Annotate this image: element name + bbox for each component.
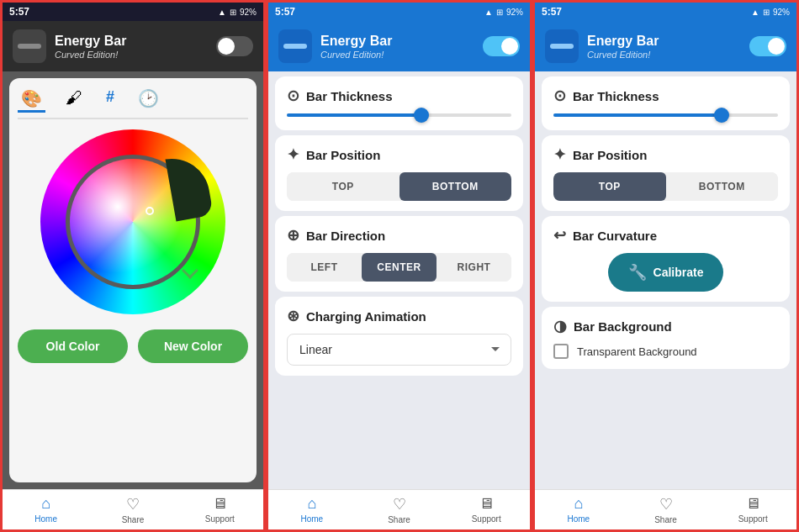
bar-thickness-label-2: Bar Thickness bbox=[306, 89, 393, 103]
app-header-1: Energy Bar Curved Edition! bbox=[3, 21, 263, 71]
bar-thickness-icon-3: ⊙ bbox=[553, 87, 566, 105]
color-tab-history[interactable]: 🕑 bbox=[135, 87, 162, 113]
panel-curvature: 5:57 ▲ ⊞ 92% Energy Bar Curved Edition! … bbox=[532, 0, 799, 532]
panel-2-content: ⊙ Bar Thickness ✦ Bar Position TOP BOTTO… bbox=[268, 71, 530, 489]
app-title-1: Energy Bar bbox=[55, 33, 208, 49]
bar-background-card: ◑ Bar Background Transparent Background bbox=[542, 307, 790, 369]
bar-position-card-2: ✦ Bar Position TOP BOTTOM bbox=[275, 135, 523, 211]
color-tab-palette[interactable]: 🖌 bbox=[62, 87, 86, 113]
nav-home-label-1: Home bbox=[34, 514, 57, 524]
bar-position-group-3: TOP BOTTOM bbox=[553, 172, 778, 201]
bar-position-title-3: ✦ Bar Position bbox=[553, 145, 778, 164]
status-icons-2: ▲ ⊞ 92% bbox=[484, 8, 523, 17]
home-icon-1: ⌂ bbox=[41, 495, 50, 513]
slider-fill-2 bbox=[287, 113, 421, 117]
app-subtitle-2: Curved Edition! bbox=[320, 50, 474, 60]
direction-center[interactable]: Center bbox=[362, 253, 437, 282]
color-tab-wheel[interactable]: 🎨 bbox=[18, 87, 45, 113]
status-icons-1: ▲ ⊞ 92% bbox=[218, 8, 257, 17]
charging-animation-select[interactable]: Linear Pulse Wave Bounce bbox=[287, 334, 511, 366]
nav-support-label-3: Support bbox=[738, 514, 768, 524]
bar-background-title: ◑ Bar Background bbox=[553, 317, 778, 335]
app-subtitle-1: Curved Edition! bbox=[55, 50, 208, 60]
bottom-nav-3: ⌂ Home ♡ Share 🖥 Support bbox=[535, 489, 796, 529]
calibrate-label: Calibrate bbox=[653, 266, 704, 279]
nav-share-label-2: Share bbox=[388, 515, 410, 524]
bar-direction-icon: ⊕ bbox=[287, 226, 299, 245]
bar-position-label-2: Bar Position bbox=[306, 148, 380, 162]
nav-support-1[interactable]: 🖥 Support bbox=[177, 490, 263, 529]
nav-share-label-1: Share bbox=[122, 515, 145, 524]
bar-thickness-card-2: ⊙ Bar Thickness bbox=[275, 76, 523, 130]
toggle-3[interactable] bbox=[749, 36, 786, 56]
transparent-background-checkbox[interactable] bbox=[553, 344, 569, 359]
direction-right[interactable]: Right bbox=[437, 253, 511, 282]
position-bottom-3[interactable]: BOTTOM bbox=[666, 172, 779, 201]
toggle-2[interactable] bbox=[483, 36, 520, 56]
home-icon-2: ⌂ bbox=[307, 495, 316, 513]
position-top-3[interactable]: TOP bbox=[553, 172, 666, 201]
panel-color-picker: 5:57 ▲ ⊞ 92% Energy Bar Curved Edition! … bbox=[0, 0, 266, 532]
slider-thumb-2[interactable] bbox=[414, 108, 429, 123]
color-picker-area: 🎨 🖌 # 🕑 Old Color New Color bbox=[9, 78, 257, 482]
toggle-knob-2 bbox=[501, 38, 518, 55]
status-bar-1: 5:57 ▲ ⊞ 92% bbox=[3, 3, 263, 21]
color-tabs: 🎨 🖌 # 🕑 bbox=[18, 87, 248, 119]
status-bar-2: 5:57 ▲ ⊞ 92% bbox=[268, 3, 530, 21]
bar-curvature-label: Bar Curvature bbox=[573, 229, 657, 243]
app-title-wrap-2: Energy Bar Curved Edition! bbox=[320, 33, 474, 59]
nav-support-3[interactable]: 🖥 Support bbox=[709, 490, 796, 529]
calibrate-button[interactable]: 🔧 Calibrate bbox=[608, 253, 724, 292]
toggle-1[interactable] bbox=[216, 36, 253, 56]
nav-share-1[interactable]: ♡ Share bbox=[89, 490, 176, 529]
bar-position-card-3: ✦ Bar Position TOP BOTTOM bbox=[542, 135, 790, 211]
app-icon-3 bbox=[545, 29, 579, 63]
color-buttons: Old Color New Color bbox=[18, 329, 248, 363]
nav-home-1[interactable]: ⌂ Home bbox=[3, 490, 89, 529]
nav-support-label-1: Support bbox=[205, 514, 235, 524]
status-time-1: 5:57 bbox=[9, 6, 29, 18]
nav-home-2[interactable]: ⌂ Home bbox=[268, 490, 356, 529]
status-bar-3: 5:57 ▲ ⊞ 92% bbox=[535, 3, 796, 21]
status-time-2: 5:57 bbox=[275, 6, 295, 18]
app-title-3: Energy Bar bbox=[587, 33, 741, 49]
app-title-2: Energy Bar bbox=[320, 33, 474, 49]
bar-position-label-3: Bar Position bbox=[573, 148, 647, 162]
nav-share-2[interactable]: ♡ Share bbox=[356, 490, 443, 529]
app-title-wrap-1: Energy Bar Curved Edition! bbox=[55, 33, 208, 59]
bar-direction-label: Bar Direction bbox=[306, 229, 385, 243]
charging-animation-title: ⊛ Charging Animation bbox=[287, 307, 511, 325]
nav-home-3[interactable]: ⌂ Home bbox=[535, 490, 622, 529]
app-icon-bar-3 bbox=[550, 44, 574, 49]
old-color-button[interactable]: Old Color bbox=[18, 329, 128, 363]
position-bottom-2[interactable]: BOTTOM bbox=[400, 172, 512, 201]
bottom-nav-1: ⌂ Home ♡ Share 🖥 Support bbox=[3, 489, 263, 529]
app-subtitle-3: Curved Edition! bbox=[587, 50, 741, 60]
nav-support-2[interactable]: 🖥 Support bbox=[442, 490, 530, 529]
share-icon-1: ♡ bbox=[126, 495, 140, 514]
bar-curvature-card: ↩ Bar Curvature 🔧 Calibrate bbox=[542, 216, 790, 302]
bar-curvature-icon: ↩ bbox=[553, 226, 566, 245]
bar-position-group-2: TOP BOTTOM bbox=[287, 172, 511, 201]
position-top-2[interactable]: TOP bbox=[287, 172, 400, 201]
direction-left[interactable]: Left bbox=[287, 253, 362, 282]
slider-track-2[interactable] bbox=[287, 113, 511, 117]
bar-thickness-icon-2: ⊙ bbox=[287, 87, 299, 105]
home-icon-3: ⌂ bbox=[574, 495, 583, 513]
transparent-background-row[interactable]: Transparent Background bbox=[553, 344, 778, 359]
new-color-button[interactable]: New Color bbox=[138, 329, 248, 363]
calibrate-icon: 🔧 bbox=[628, 263, 647, 282]
color-tab-hex[interactable]: # bbox=[103, 87, 118, 113]
nav-home-label-3: Home bbox=[567, 514, 590, 524]
bar-direction-title: ⊕ Bar Direction bbox=[287, 226, 511, 245]
bar-direction-group: Left Center Right bbox=[287, 253, 511, 282]
nav-support-label-2: Support bbox=[472, 514, 501, 524]
slider-thumb-3[interactable] bbox=[714, 108, 729, 123]
app-title-wrap-3: Energy Bar Curved Edition! bbox=[587, 33, 741, 59]
color-wheel-container[interactable] bbox=[40, 129, 225, 314]
app-icon-bar bbox=[18, 44, 41, 49]
nav-share-3[interactable]: ♡ Share bbox=[622, 490, 710, 529]
share-icon-3: ♡ bbox=[659, 495, 673, 514]
charging-animation-icon: ⊛ bbox=[287, 307, 299, 325]
slider-track-3[interactable] bbox=[553, 113, 778, 117]
